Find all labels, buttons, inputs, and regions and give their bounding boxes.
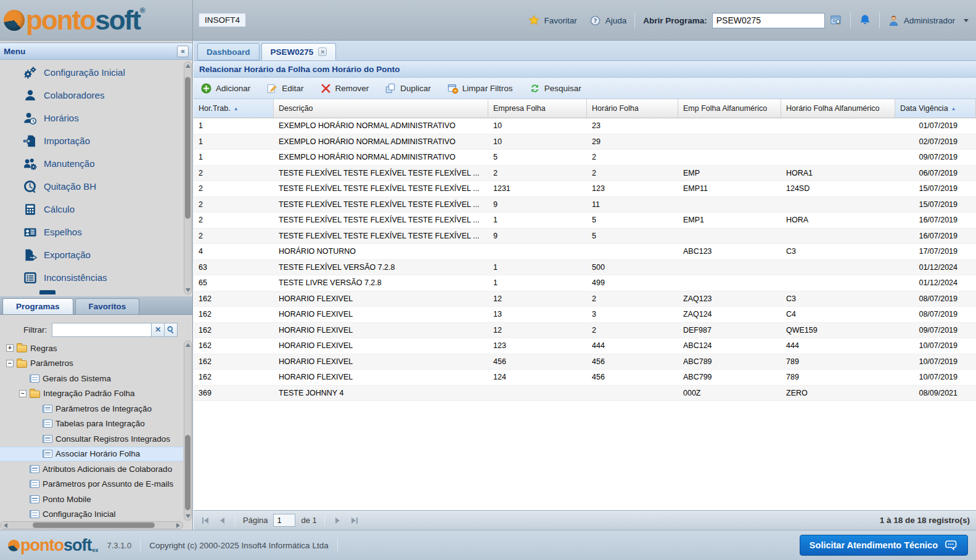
tree-item-parametros-por-assunto-de-e-mails[interactable]: Parâmetros por Assunto de E-mails (0, 477, 183, 492)
toolbar-button-label: Duplicar (400, 84, 431, 93)
tree-item-associar-horario-folha[interactable]: Associar Horário Folha (0, 447, 183, 462)
collapse-toggle-icon[interactable] (6, 360, 14, 367)
table-row[interactable]: 162HORARIO FLEXIVEL123444ABC12444410/07/… (194, 338, 976, 354)
sidebar-tab-programas[interactable]: Programas (2, 298, 73, 314)
collapse-toggle-icon[interactable] (19, 390, 27, 397)
scroll-left-icon[interactable] (4, 523, 7, 528)
sidebar-tab-favoritos[interactable]: Favoritos (75, 298, 140, 314)
cell-descricao: EXEMPLO HORÁRIO NORMAL ADMINISTRATIVO (274, 118, 488, 134)
tree-item-configuracao-inicial[interactable]: Configuração Inicial (0, 507, 183, 521)
tree-item-parametros[interactable]: Parâmetros (0, 356, 183, 371)
previous-page-icon[interactable] (216, 515, 228, 526)
last-page-icon[interactable] (349, 515, 360, 526)
first-page-icon[interactable] (200, 515, 211, 526)
scroll-down-icon[interactable] (186, 288, 191, 292)
tab-dashboard[interactable]: Dashboard (197, 43, 260, 60)
menu-item-exportacao[interactable]: Exportação (0, 243, 183, 266)
tree-h-scrollbar[interactable] (0, 521, 183, 529)
page-number-input[interactable] (273, 514, 295, 527)
filter-input[interactable] (52, 323, 152, 337)
column-header-descricao[interactable]: Descrição (274, 99, 488, 118)
tree-item-atributos-adicionais-de-colaborado[interactable]: Atributos Adicionais de Colaborado (0, 461, 183, 477)
table-row[interactable]: 2TESTE FLEXÍVEL TESTE FLEXÍVEL TESTE FLE… (194, 213, 976, 229)
scroll-up-icon[interactable] (186, 64, 191, 68)
adicionar-button[interactable]: Adicionar (201, 83, 250, 94)
tree-item-ponto-mobile[interactable]: Ponto Mobile (0, 492, 183, 507)
tree-item-label: Integração Padrão Folha (43, 389, 135, 398)
menu-item-manutencao[interactable]: Manutenção (0, 152, 183, 175)
tree-scrollbar-thumb[interactable] (185, 435, 191, 510)
help-button[interactable]: ? Ajuda (589, 14, 627, 26)
table-row[interactable]: 4HORÁRIO NOTURNOABC123C317/07/2019 (194, 244, 976, 260)
table-row[interactable]: 162HORARIO FLEXIVEL133ZAQ124C408/07/2019 (194, 307, 976, 323)
program-lookup-icon[interactable] (830, 14, 842, 26)
scroll-up-icon[interactable] (186, 343, 191, 347)
cell-hor-trab: 162 (194, 307, 274, 322)
menu-item-quitacao-bh[interactable]: Quitação BH (0, 175, 183, 198)
close-tab-icon[interactable] (318, 47, 327, 56)
table-row[interactable]: 369TESTE JOHNNY 4000ZZERO08/09/2021 (194, 386, 976, 402)
column-header-horario-folha-alfanumerico[interactable]: Horário Folha Alfanumérico (781, 99, 895, 118)
toolbar-button-label: Pesquisar (544, 84, 581, 93)
column-header-hor-trab[interactable]: Hor.Trab. (194, 99, 274, 118)
tree-item-label: Consultar Registros Integrados (55, 434, 170, 444)
limpar-filtros-button[interactable]: Limpar Filtros (448, 83, 513, 94)
menu-item-importacao[interactable]: Importação (0, 129, 183, 152)
request-support-button[interactable]: Solicitar Atendimento Técnico (800, 535, 968, 556)
table-row[interactable]: 63TESTE FLEXÍVEL VERSÃO 7.2.8150001/12/2… (194, 260, 976, 276)
menu-item-horarios[interactable]: Horários (0, 107, 183, 129)
filter-clear-button[interactable] (152, 323, 165, 337)
table-row[interactable]: 2TESTE FLEXÍVEL TESTE FLEXÍVEL TESTE FLE… (194, 166, 976, 182)
favorite-button[interactable]: Favoritar (528, 14, 576, 26)
remover-button[interactable]: Remover (321, 83, 369, 94)
scroll-right-icon[interactable] (176, 523, 180, 528)
editar-button[interactable]: Editar (267, 83, 303, 94)
table-row[interactable]: 2TESTE FLEXÍVEL TESTE FLEXÍVEL TESTE FLE… (194, 229, 976, 245)
table-row[interactable]: 162HORARIO FLEXIVEL122DEF987QWE15909/07/… (194, 323, 976, 339)
table-row[interactable]: 1EXEMPLO HORÁRIO NORMAL ADMINISTRATIVO10… (194, 118, 976, 134)
table-row[interactable]: 2TESTE FLEXÍVEL TESTE FLEXÍVEL TESTE FLE… (194, 181, 976, 197)
tree-item-parametros-de-integracao[interactable]: Parâmetros de Integração (0, 401, 183, 416)
expand-toggle-icon[interactable] (6, 344, 14, 352)
tree-item-gerais-do-sistema[interactable]: Gerais do Sistema (0, 371, 183, 386)
table-row[interactable]: 162HORARIO FLEXIVEL456456ABC78978910/07/… (194, 354, 976, 370)
next-page-icon[interactable] (332, 515, 343, 526)
user-menu[interactable]: Administrador (888, 14, 969, 26)
open-program-input[interactable] (712, 13, 825, 28)
tree-item-regras[interactable]: Regras (0, 341, 183, 356)
menu-item-inconsistencias[interactable]: Inconsistências (0, 266, 183, 289)
menu-scrollbar-thumb[interactable] (185, 77, 191, 219)
folder-icon (17, 360, 27, 368)
menu-scrollbar[interactable] (184, 62, 192, 294)
tree-item-integracao-padrao-folha[interactable]: Integração Padrão Folha (0, 386, 183, 402)
table-row[interactable]: 1EXEMPLO HORÁRIO NORMAL ADMINISTRATIVO10… (194, 134, 976, 150)
tree-h-scrollbar-thumb[interactable] (33, 522, 155, 528)
menu-item-espelhos[interactable]: Espelhos (0, 221, 183, 243)
tree-item-consultar-registros-integrados[interactable]: Consultar Registros Integrados (0, 431, 183, 447)
table-row[interactable]: 162HORARIO FLEXIVEL122ZAQ123C308/07/2019 (194, 291, 976, 307)
menu-item-colaboradores[interactable]: Colaboradores (0, 84, 183, 107)
workspace-label[interactable]: INSOFT4 (199, 13, 246, 27)
column-header-data-vigencia[interactable]: Data Vigência (895, 99, 976, 118)
notifications-bell-icon[interactable] (859, 14, 871, 26)
column-header-emp-folha-alfanumerico[interactable]: Emp Folha Alfanumérico (678, 99, 781, 118)
table-row[interactable]: 65TESTE LIVRE VERSÃO 7.2.8149901/12/2024 (194, 275, 976, 291)
scroll-down-icon[interactable] (186, 514, 191, 518)
pesquisar-button[interactable]: Pesquisar (530, 83, 581, 94)
filter-search-button[interactable] (165, 323, 178, 337)
page-title: Relacionar Horário da Folha com Horário … (194, 61, 976, 78)
tree-item-tabelas-para-integracao[interactable]: Tabelas para Integração (0, 416, 183, 432)
menu-item-configuracao-inicial[interactable]: Configuração Inicial (0, 61, 183, 84)
add-icon (201, 83, 211, 94)
column-header-empresa-folha[interactable]: Empresa Folha (488, 99, 587, 118)
column-header-horario-folha[interactable]: Horário Folha (587, 99, 678, 118)
cell-data-vigencia: 08/07/2019 (895, 307, 976, 322)
tab-psew0275[interactable]: PSEW0275 (261, 43, 337, 60)
collapse-menu-icon[interactable] (177, 46, 189, 57)
tree-scrollbar[interactable] (184, 341, 192, 521)
table-row[interactable]: 162HORARIO FLEXIVEL124456ABC79978910/07/… (194, 370, 976, 386)
table-row[interactable]: 1EXEMPLO HORÁRIO NORMAL ADMINISTRATIVO52… (194, 150, 976, 166)
duplicar-button[interactable]: Duplicar (385, 83, 431, 94)
table-row[interactable]: 2TESTE FLEXÍVEL TESTE FLEXÍVEL TESTE FLE… (194, 197, 976, 213)
menu-item-calculo[interactable]: Cálculo (0, 198, 183, 221)
